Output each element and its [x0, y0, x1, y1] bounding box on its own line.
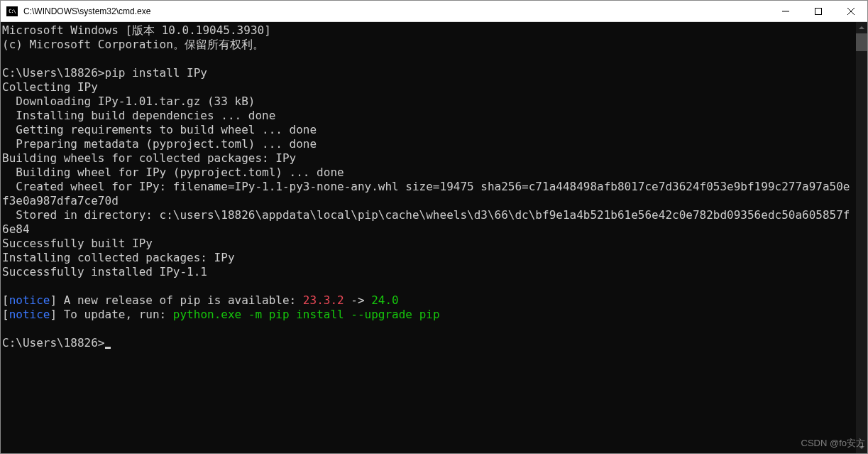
output-line: Successfully installed IPy-1.1 [2, 265, 207, 279]
scrollbar[interactable] [856, 22, 867, 453]
output-line: Downloading IPy-1.01.tar.gz (33 kB) [2, 94, 255, 108]
minimize-button[interactable] [769, 1, 802, 21]
cmd-window: C:\WINDOWS\system32\cmd.exe Microsoft Wi… [0, 0, 868, 454]
prompt-command: pip install IPy [105, 66, 208, 80]
output-line: Building wheels for collected packages: … [2, 151, 296, 165]
arrow: -> [344, 293, 372, 307]
new-version: 24.0 [371, 293, 399, 307]
minimize-icon [782, 8, 789, 15]
output-line: Stored in directory: c:\users\18826\appd… [2, 208, 850, 236]
window-controls [769, 1, 867, 21]
output-line: Installing build dependencies ... done [2, 109, 275, 122]
header-line: Microsoft Windows [版本 10.0.19045.3930] [2, 23, 271, 37]
window-title: C:\WINDOWS\system32\cmd.exe [23, 6, 769, 16]
cmd-icon [6, 6, 18, 16]
notice-text: To update, run: [57, 308, 173, 321]
close-icon [847, 8, 855, 15]
output-line: Installing collected packages: IPy [2, 251, 235, 264]
notice-text: A new release of pip is available: [57, 293, 303, 307]
prompt-path: C:\Users\18826> [2, 66, 105, 80]
output-line: Preparing metadata (pyproject.toml) ... … [2, 137, 317, 151]
scrollbar-thumb[interactable] [856, 33, 867, 51]
output-line: Getting requirements to build wheel ... … [2, 123, 317, 136]
svg-rect-1 [815, 8, 822, 14]
old-version: 23.3.2 [303, 293, 344, 307]
output-line: Created wheel for IPy: filename=IPy-1.1-… [2, 180, 850, 207]
output-line: Building wheel for IPy (pyproject.toml) … [2, 166, 344, 179]
header-line: (c) Microsoft Corporation。保留所有权利。 [2, 38, 264, 51]
output-line: Collecting IPy [2, 80, 98, 94]
bracket: [ [2, 293, 9, 307]
bracket: ] [50, 308, 57, 321]
notice-label: notice [9, 308, 50, 321]
watermark: CSDN @fo安方 [801, 437, 866, 450]
bracket: ] [50, 293, 57, 307]
cursor [105, 347, 111, 349]
maximize-button[interactable] [802, 1, 835, 21]
maximize-icon [815, 8, 822, 15]
prompt-path: C:\Users\18826> [2, 336, 105, 350]
notice-label: notice [9, 293, 50, 307]
terminal-area: Microsoft Windows [版本 10.0.19045.3930] (… [1, 22, 867, 453]
output-line: Successfully built IPy [2, 237, 153, 250]
terminal-output[interactable]: Microsoft Windows [版本 10.0.19045.3930] (… [1, 22, 856, 453]
upgrade-command: python.exe -m pip install --upgrade pip [173, 308, 440, 321]
scrollbar-up-button[interactable] [856, 22, 867, 33]
titlebar[interactable]: C:\WINDOWS\system32\cmd.exe [1, 1, 867, 22]
close-button[interactable] [835, 1, 867, 21]
bracket: [ [2, 308, 9, 321]
